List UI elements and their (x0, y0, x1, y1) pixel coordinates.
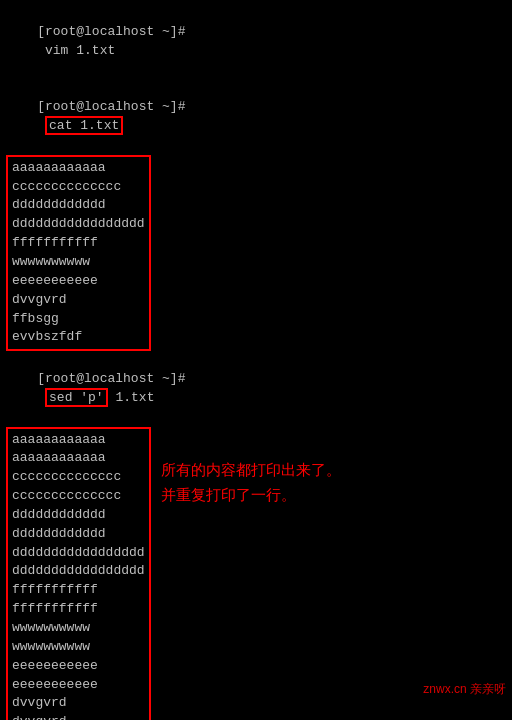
sed-out-10: fffffffffff (12, 600, 145, 619)
cat-out-9: ffbsgg (12, 310, 145, 329)
cat-out-7: eeeeeeeeeee (12, 272, 145, 291)
sed-out-5: dddddddddddd (12, 506, 145, 525)
cat-out-6: wwwwwwwwww (12, 253, 145, 272)
sed-out-4: cccccccccccccc (12, 487, 145, 506)
sed-command-line: [root@localhost ~]# sed 'p' 1.txt (6, 351, 506, 426)
watermark: znwx.cn 亲亲呀 (423, 681, 506, 698)
prompt-2: [root@localhost ~]# (37, 99, 185, 114)
sed-out-1: aaaaaaaaaaaa (12, 431, 145, 450)
cat-out-2: cccccccccccccc (12, 178, 145, 197)
cat-command-highlight: cat 1.txt (45, 116, 123, 135)
sed-out-13: eeeeeeeeeee (12, 657, 145, 676)
cat-out-10: evvbszfdf (12, 328, 145, 347)
sed-output-box: aaaaaaaaaaaa aaaaaaaaaaaa cccccccccccccc… (6, 427, 151, 720)
sed-out-15: dvvgvrd (12, 694, 145, 713)
sed-command-highlight: sed 'p' (45, 388, 108, 407)
sed-out-11: wwwwwwwwww (12, 619, 145, 638)
sed-out-3: cccccccccccccc (12, 468, 145, 487)
terminal: [root@localhost ~]# vim 1.txt [root@loca… (0, 0, 512, 720)
cat-out-3: dddddddddddd (12, 196, 145, 215)
cat-out-8: dvvgvrd (12, 291, 145, 310)
sed-out-14: eeeeeeeeeee (12, 676, 145, 695)
prompt-3: [root@localhost ~]# (37, 371, 185, 386)
sed-out-9: fffffffffff (12, 581, 145, 600)
sed-out-16: dvvgvrd (12, 713, 145, 720)
sed-out-6: dddddddddddd (12, 525, 145, 544)
vim-command-line: [root@localhost ~]# vim 1.txt (6, 4, 506, 79)
cat-out-4: ddddddddddddddddd (12, 215, 145, 234)
sed-output-section: aaaaaaaaaaaa aaaaaaaaaaaa cccccccccccccc… (6, 427, 506, 720)
cat-output-box: aaaaaaaaaaaa cccccccccccccc dddddddddddd… (6, 155, 151, 351)
annotation-line1: 所有的内容都打印出来了。 (161, 457, 341, 483)
annotation-block: 所有的内容都打印出来了。 并重复打印了一行。 (161, 457, 341, 508)
sed-out-2: aaaaaaaaaaaa (12, 449, 145, 468)
sed-out-7: ddddddddddddddddd (12, 544, 145, 563)
sed-out-8: ddddddddddddddddd (12, 562, 145, 581)
prompt-1: [root@localhost ~]# (37, 24, 185, 39)
cat-output-section: aaaaaaaaaaaa cccccccccccccc dddddddddddd… (6, 155, 506, 351)
annotation-line2: 并重复打印了一行。 (161, 482, 341, 508)
cat-out-1: aaaaaaaaaaaa (12, 159, 145, 178)
sed-out-12: wwwwwwwwww (12, 638, 145, 657)
cat-out-5: fffffffffff (12, 234, 145, 253)
cat-command-line: [root@localhost ~]# cat 1.txt (6, 79, 506, 154)
